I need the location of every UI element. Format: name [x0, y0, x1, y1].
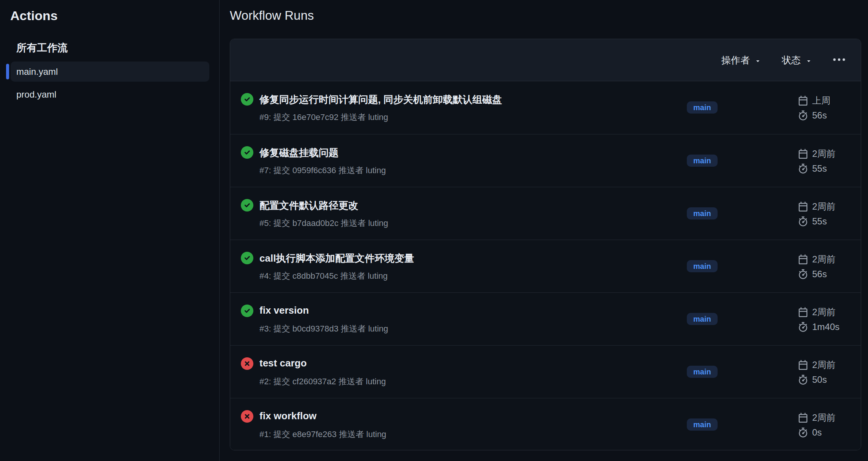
- branch-badge[interactable]: main: [687, 207, 718, 219]
- chevron-down-icon: [805, 57, 812, 64]
- calendar-icon: [798, 413, 808, 423]
- run-duration: 55s: [812, 163, 827, 174]
- calendar-icon: [798, 96, 808, 106]
- run-commit-info: #7: 提交 0959f6c636 推送者 luting: [259, 165, 386, 176]
- run-date: 2周前: [812, 359, 835, 371]
- run-date-line: 2周前: [798, 306, 840, 318]
- failure-icon: [241, 357, 253, 370]
- run-date: 上周: [812, 95, 830, 107]
- workflow-run-row: 修复磁盘挂载问题 #7: 提交 0959f6c636 推送者 luting ma…: [230, 134, 861, 187]
- run-date: 2周前: [812, 201, 835, 213]
- run-meta: 2周前 1m40s: [798, 293, 840, 346]
- run-date: 2周前: [812, 148, 835, 160]
- calendar-icon: [798, 360, 808, 370]
- stopwatch-icon: [798, 322, 808, 332]
- success-icon: [241, 252, 253, 264]
- success-icon: [241, 305, 253, 317]
- run-meta: 上周 56s: [798, 81, 830, 134]
- run-title[interactable]: fix version: [259, 305, 309, 316]
- run-date-line: 2周前: [798, 253, 835, 265]
- run-date-line: 2周前: [798, 412, 835, 424]
- run-duration-line: 55s: [798, 163, 835, 174]
- runs-list: 修复同步运行时间计算问题, 同步关机前卸载默认组磁盘 #9: 提交 16e70e…: [230, 81, 861, 450]
- success-icon: [241, 93, 253, 106]
- run-title[interactable]: 修复同步运行时间计算问题, 同步关机前卸载默认组磁盘: [259, 93, 502, 106]
- branch-badge[interactable]: main: [687, 313, 718, 325]
- status-filter-label: 状态: [782, 54, 801, 66]
- actor-filter-dropdown[interactable]: 操作者: [721, 54, 761, 66]
- run-date-line: 上周: [798, 95, 830, 107]
- workflow-runs-panel: 操作者 状态 修复同步运行时间计算问题, 同步关机前卸载默认组磁盘 #9: 提交…: [230, 39, 861, 450]
- run-commit-info: #2: 提交 cf260937a2 推送者 luting: [259, 376, 386, 387]
- run-meta: 2周前 50s: [798, 346, 835, 398]
- run-date-line: 2周前: [798, 201, 835, 213]
- run-date: 2周前: [812, 412, 835, 424]
- run-date: 2周前: [812, 306, 835, 318]
- calendar-icon: [798, 202, 808, 212]
- actor-filter-label: 操作者: [721, 54, 750, 66]
- calendar-icon: [798, 149, 808, 159]
- run-duration: 0s: [812, 427, 822, 438]
- run-date: 2周前: [812, 253, 835, 265]
- active-workflow-accent-bar: [6, 64, 9, 79]
- status-filter-dropdown[interactable]: 状态: [782, 54, 812, 66]
- calendar-icon: [798, 307, 808, 317]
- branch-badge[interactable]: main: [687, 101, 718, 114]
- run-title[interactable]: test cargo: [259, 357, 307, 369]
- workflow-run-row: 配置文件默认路径更改 #5: 提交 b7daad0b2c 推送者 luting …: [230, 187, 861, 240]
- run-meta: 2周前 55s: [798, 187, 835, 240]
- run-commit-info: #5: 提交 b7daad0b2c 推送者 luting: [259, 218, 388, 229]
- branch-badge[interactable]: main: [687, 260, 718, 272]
- kebab-horizontal-icon: [833, 54, 846, 66]
- run-title[interactable]: 配置文件默认路径更改: [259, 199, 358, 212]
- stopwatch-icon: [798, 428, 808, 437]
- run-title[interactable]: call执行脚本添加配置文件环境变量: [259, 252, 414, 265]
- branch-badge[interactable]: main: [687, 366, 718, 378]
- run-duration: 1m40s: [812, 322, 840, 332]
- run-date-line: 2周前: [798, 148, 835, 160]
- run-meta: 2周前 56s: [798, 240, 835, 293]
- run-title[interactable]: 修复磁盘挂载问题: [259, 146, 338, 159]
- run-meta: 2周前 55s: [798, 134, 835, 187]
- run-duration: 50s: [812, 374, 827, 385]
- run-duration: 55s: [812, 216, 827, 227]
- run-duration-line: 50s: [798, 374, 835, 385]
- workflow-run-row: fix version #3: 提交 b0cd9378d3 推送者 luting…: [230, 292, 861, 345]
- actions-sidebar: Actions 所有工作流 main.yaml prod.yaml: [0, 0, 220, 461]
- run-duration-line: 55s: [798, 216, 835, 227]
- workflow-run-row: test cargo #2: 提交 cf260937a2 推送者 luting …: [230, 345, 861, 398]
- sidebar-item-prod-yaml[interactable]: prod.yaml: [11, 84, 209, 104]
- run-duration-line: 56s: [798, 269, 835, 279]
- sidebar-item-label: main.yaml: [16, 66, 58, 77]
- all-workflows-label: 所有工作流: [16, 41, 68, 55]
- stopwatch-icon: [798, 269, 808, 279]
- run-commit-info: #4: 提交 c8dbb7045c 推送者 luting: [259, 270, 388, 282]
- success-icon: [241, 146, 253, 159]
- stopwatch-icon: [798, 164, 808, 174]
- calendar-icon: [798, 254, 808, 264]
- page-title: Workflow Runs: [230, 8, 314, 23]
- success-icon: [241, 199, 253, 212]
- run-title[interactable]: fix workflow: [259, 410, 316, 422]
- runs-list-header: 操作者 状态: [230, 39, 861, 81]
- chevron-down-icon: [754, 57, 761, 64]
- branch-badge[interactable]: main: [687, 418, 718, 431]
- stopwatch-icon: [798, 111, 808, 120]
- stopwatch-icon: [798, 375, 808, 385]
- run-duration: 56s: [812, 269, 827, 279]
- run-commit-info: #3: 提交 b0cd9378d3 推送者 luting: [259, 323, 388, 335]
- run-duration: 56s: [812, 110, 827, 121]
- stopwatch-icon: [798, 216, 808, 226]
- workflow-run-row: call执行脚本添加配置文件环境变量 #4: 提交 c8dbb7045c 推送者…: [230, 240, 861, 292]
- sidebar-item-main-yaml[interactable]: main.yaml: [11, 62, 209, 82]
- branch-badge[interactable]: main: [687, 155, 718, 167]
- run-duration-line: 1m40s: [798, 322, 840, 332]
- more-options-button[interactable]: [833, 54, 846, 66]
- workflow-run-row: fix workflow #1: 提交 e8e97fe263 推送者 lutin…: [230, 398, 861, 450]
- sidebar-title: Actions: [10, 8, 58, 23]
- run-meta: 2周前 0s: [798, 398, 835, 450]
- workflow-run-row: 修复同步运行时间计算问题, 同步关机前卸载默认组磁盘 #9: 提交 16e70e…: [230, 81, 861, 134]
- run-date-line: 2周前: [798, 359, 835, 371]
- run-commit-info: #1: 提交 e8e97fe263 推送者 luting: [259, 429, 386, 440]
- run-duration-line: 56s: [798, 110, 830, 121]
